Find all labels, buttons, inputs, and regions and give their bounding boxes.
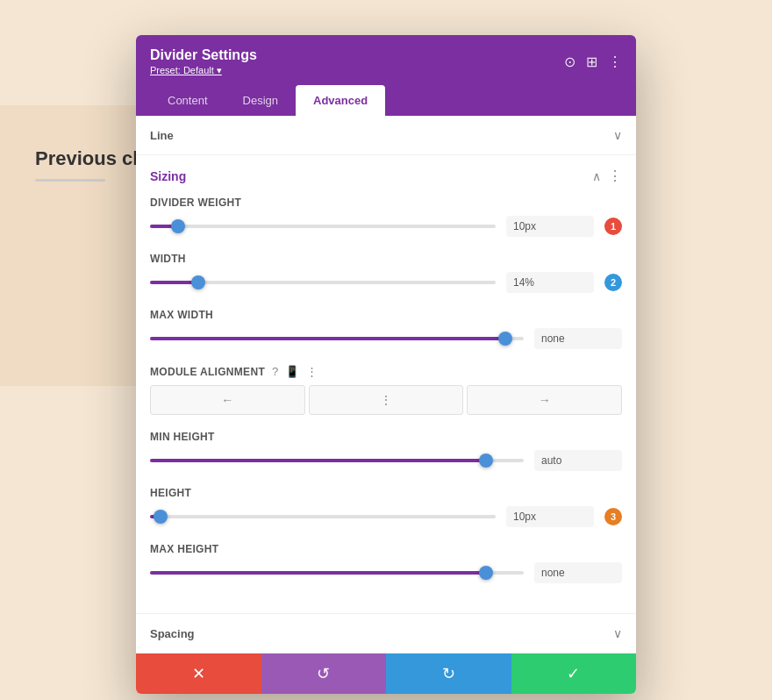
modal-tabs: Content Design Advanced (150, 85, 622, 116)
alignment-icons: ? 📱 ⋮ (272, 365, 318, 378)
max-height-input[interactable] (534, 562, 622, 583)
more-icon[interactable]: ⋮ (608, 54, 622, 70)
height-badge: 3 (604, 508, 622, 525)
sizing-chevron-icon: ∧ (592, 169, 601, 183)
sizing-section-header[interactable]: Sizing ∧ ⋮ (136, 155, 636, 196)
max-width-label: Max Width (150, 309, 622, 321)
min-height-input[interactable] (534, 450, 622, 471)
max-width-thumb[interactable] (498, 332, 512, 346)
divider-weight-control: 10px 1 (150, 216, 622, 237)
align-right-btn[interactable]: → (467, 385, 622, 415)
min-height-track (150, 459, 524, 462)
tab-content[interactable]: Content (150, 85, 225, 116)
sizing-section-title: Sizing (150, 169, 186, 183)
divider-weight-thumb[interactable] (171, 219, 185, 233)
divider-settings-modal: Divider Settings Preset: Default ▾ ⊙ ⊞ ⋮… (136, 35, 636, 694)
min-height-thumb[interactable] (479, 454, 493, 468)
height-thumb[interactable] (154, 510, 168, 524)
spacing-section-icons: ∨ (613, 626, 622, 640)
max-height-thumb[interactable] (479, 566, 493, 580)
max-width-slider[interactable] (150, 330, 524, 347)
cancel-button[interactable]: ✕ (136, 654, 261, 694)
divider-weight-row: Divider Weight 10px 1 (150, 196, 622, 237)
tab-advanced[interactable]: Advanced (296, 85, 385, 116)
modal-title: Divider Settings (150, 47, 257, 63)
max-width-track (150, 337, 524, 340)
alignment-more-icon[interactable]: ⋮ (306, 365, 318, 378)
modal-overlay: Divider Settings Preset: Default ▾ ⊙ ⊞ ⋮… (0, 0, 772, 700)
target-icon[interactable]: ⊙ (564, 54, 575, 70)
phone-icon[interactable]: 📱 (285, 365, 299, 378)
save-button[interactable]: ✓ (511, 654, 637, 694)
sizing-section-icons: ∧ ⋮ (592, 168, 622, 184)
align-left-icon: ← (221, 393, 233, 407)
max-height-row: Max Height (150, 543, 622, 583)
line-section-header[interactable]: Line ∨ (136, 116, 636, 154)
max-width-control (150, 328, 622, 349)
width-thumb[interactable] (191, 275, 205, 289)
divider-weight-input[interactable]: 10px (506, 216, 594, 237)
divider-weight-label: Divider Weight (150, 196, 622, 209)
max-height-slider[interactable] (150, 564, 524, 582)
modal-header: Divider Settings Preset: Default ▾ ⊙ ⊞ ⋮… (136, 35, 636, 116)
sizing-settings-content: Divider Weight 10px 1 (136, 196, 636, 613)
line-chevron-icon: ∨ (613, 128, 622, 142)
width-input[interactable] (506, 272, 594, 293)
min-height-control (150, 450, 622, 471)
spacing-section: Spacing ∨ (136, 614, 636, 654)
height-control: 3 (150, 506, 622, 527)
alignment-label-row: Module Alignment ? 📱 ⋮ (150, 365, 622, 378)
modal-title-area: Divider Settings Preset: Default ▾ (150, 47, 257, 76)
sizing-more-icon[interactable]: ⋮ (608, 168, 622, 184)
width-badge: 2 (604, 274, 622, 291)
line-section-icons: ∨ (613, 128, 622, 142)
min-height-label: Min Height (150, 431, 622, 443)
divider-weight-badge: 1 (604, 218, 622, 235)
min-height-slider[interactable] (150, 452, 524, 469)
line-section: Line ∨ (136, 116, 636, 155)
width-control: 2 (150, 272, 622, 293)
modal-header-icons: ⊙ ⊞ ⋮ (564, 54, 622, 70)
max-height-fill (150, 571, 486, 575)
line-section-title: Line (150, 129, 174, 142)
height-row: Height 3 (150, 487, 622, 527)
height-track (150, 515, 496, 518)
min-height-fill (150, 459, 486, 462)
width-track (150, 281, 496, 284)
height-label: Height (150, 487, 622, 499)
max-height-track (150, 571, 524, 575)
spacing-section-title: Spacing (150, 627, 195, 640)
max-width-fill (150, 337, 505, 340)
max-width-input[interactable] (534, 328, 622, 349)
module-alignment-label: Module Alignment (150, 366, 265, 378)
undo-button[interactable]: ↺ (261, 654, 387, 694)
min-height-row: Min Height (150, 431, 622, 471)
width-row: Width 2 (150, 253, 622, 293)
divider-weight-slider[interactable] (150, 218, 496, 235)
width-label: Width (150, 253, 622, 265)
width-slider[interactable] (150, 274, 496, 291)
columns-icon[interactable]: ⊞ (586, 54, 597, 70)
spacing-chevron-icon: ∨ (613, 626, 622, 640)
height-input[interactable] (506, 506, 594, 527)
max-width-row: Max Width (150, 309, 622, 349)
sizing-section: Sizing ∧ ⋮ Divider Weight (136, 155, 636, 614)
modal-footer: ✕ ↺ ↻ ✓ (136, 654, 636, 694)
max-height-control (150, 562, 622, 583)
align-center-btn[interactable]: ⋮ (309, 385, 464, 415)
align-center-icon: ⋮ (380, 393, 392, 407)
max-height-label: Max Height (150, 543, 622, 555)
tab-design[interactable]: Design (225, 85, 296, 116)
align-right-icon: → (539, 393, 551, 407)
spacing-section-header[interactable]: Spacing ∨ (136, 614, 636, 653)
height-slider[interactable] (150, 508, 496, 525)
modal-preset[interactable]: Preset: Default ▾ (150, 65, 257, 76)
module-alignment-row: Module Alignment ? 📱 ⋮ ← (150, 365, 622, 415)
redo-button[interactable]: ↻ (386, 654, 511, 694)
alignment-buttons: ← ⋮ → (150, 385, 622, 415)
help-icon[interactable]: ? (272, 365, 278, 378)
align-left-btn[interactable]: ← (150, 385, 305, 415)
modal-body: Line ∨ Sizing ∧ ⋮ (136, 116, 636, 654)
modal-header-top: Divider Settings Preset: Default ▾ ⊙ ⊞ ⋮ (150, 47, 622, 76)
divider-weight-track (150, 225, 496, 228)
